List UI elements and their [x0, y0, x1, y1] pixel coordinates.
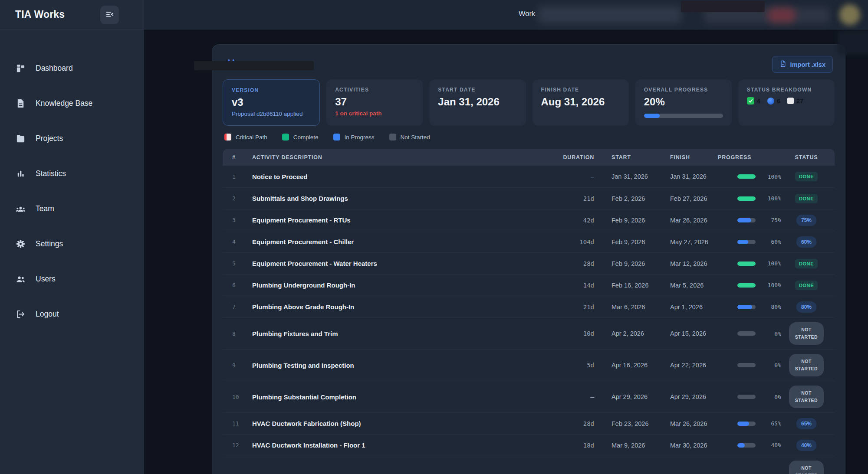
stat-label: START DATE — [438, 87, 517, 93]
sidebar-item-knowledge-base[interactable]: Knowledge Base — [16, 96, 144, 111]
progress-cell: 75% — [718, 217, 783, 223]
progress-fill — [737, 240, 748, 244]
progress-percent: 75% — [762, 217, 781, 223]
app-title: TIA Works — [15, 9, 65, 20]
row-number: 9 — [232, 362, 252, 369]
sidebar-item-team[interactable]: Team — [16, 201, 144, 216]
activity-description: Equipment Procurement - RTUs — [252, 216, 551, 224]
menu-fold-icon — [105, 10, 115, 20]
legend: Critical Path Complete In Progress Not S… — [223, 134, 835, 141]
progress-fill — [737, 283, 756, 288]
activity-description: HVAC Ductwork Installation - Floor 1 — [252, 441, 551, 449]
progress-bar — [737, 174, 756, 179]
team-icon — [16, 204, 26, 214]
stat-card-overall-progress: OVERALL PROGRESS 20% — [635, 79, 732, 126]
status-badge: NOT STARTED — [789, 461, 824, 474]
row-number: 1 — [232, 173, 252, 180]
progress-cell: 100% — [718, 173, 783, 180]
progress-cell: 65% — [718, 420, 783, 427]
sidebar-item-users[interactable]: Users — [16, 271, 144, 286]
sidebar-item-dashboard[interactable]: Dashboard — [16, 61, 144, 75]
start-date: Mar 9, 2026 — [598, 442, 657, 449]
progress-fill — [737, 196, 756, 201]
import-button-label: Import .xlsx — [790, 61, 825, 68]
finish-date: May 27, 2026 — [657, 239, 718, 245]
table-row: 10Plumbing Substantial Completion–Apr 29… — [223, 381, 835, 412]
progress-bar — [737, 395, 756, 399]
activity-description: Plumbing Fixtures and Trim — [252, 330, 551, 337]
breakdown-count: 27 — [796, 98, 803, 105]
main-column: Work Schedule I — [144, 0, 868, 474]
sidebar: TIA Works Dashboard — [0, 0, 144, 474]
progress-percent: 40% — [762, 442, 781, 448]
table-row: 1Notice to Proceed–Jan 31, 2026Jan 31, 2… — [223, 166, 835, 187]
finish-date: Apr 22, 2026 — [657, 362, 718, 369]
column-header-start: START — [598, 154, 657, 160]
row-number: 6 — [232, 282, 252, 288]
progress-cell: 100% — [718, 260, 783, 267]
duration-value: 21d — [551, 304, 598, 311]
sidebar-item-label: Users — [36, 275, 56, 284]
activities-table: # ACTIVITY DESCRIPTION DURATION START FI… — [223, 149, 835, 474]
done-check-icon — [747, 97, 754, 105]
finish-date: Mar 26, 2026 — [657, 217, 718, 224]
status-cell: DONE — [783, 194, 830, 203]
stat-label: ACTIVITIES — [335, 87, 414, 93]
overall-progress-fill — [644, 114, 660, 118]
progress-fill — [737, 443, 745, 448]
sidebar-item-settings[interactable]: Settings — [16, 236, 144, 251]
breakdown-item: 4 — [747, 97, 760, 105]
progress-cell: 100% — [718, 282, 783, 288]
status-cell: 80% — [783, 301, 830, 313]
stats-row: VERSION v3 Proposal d2b86110 applied ACT… — [223, 79, 835, 126]
in-progress-circle-icon — [767, 98, 774, 105]
status-badge: DONE — [795, 194, 818, 203]
import-xlsx-button[interactable]: Import .xlsx — [772, 56, 833, 73]
duration-value: 28d — [551, 260, 598, 267]
table-row: 6Plumbing Underground Rough-In14dFeb 16,… — [223, 274, 835, 296]
progress-bar — [737, 218, 756, 222]
sidebar-item-label: Knowledge Base — [36, 99, 92, 108]
sidebar-item-statistics[interactable]: Statistics — [16, 166, 144, 181]
row-number: 10 — [232, 394, 252, 400]
finish-date: Apr 29, 2026 — [657, 393, 718, 400]
sidebar-item-logout[interactable]: Logout — [16, 307, 144, 321]
finish-date: Mar 26, 2026 — [657, 420, 718, 427]
progress-cell: 0% — [718, 330, 783, 337]
document-icon — [16, 98, 26, 108]
sidebar-item-label: Settings — [36, 239, 63, 248]
table-row: 7Plumbing Above Grade Rough-In21dMar 6, … — [223, 296, 835, 317]
users-icon — [16, 274, 26, 284]
finish-date: Apr 1, 2026 — [657, 304, 718, 311]
stat-value: Jan 31, 2026 — [438, 96, 517, 108]
status-cell: 75% — [783, 215, 830, 226]
avatar[interactable] — [839, 4, 860, 25]
legend-item-not-started: Not Started — [389, 134, 430, 141]
status-badge: 65% — [796, 418, 816, 429]
breakdown-count: 6 — [777, 98, 780, 105]
activity-description: Plumbing Testing and Inspection — [252, 362, 551, 369]
duration-value: – — [551, 173, 598, 180]
sidebar-item-projects[interactable]: Projects — [16, 131, 144, 146]
progress-bar — [737, 262, 756, 266]
progress-percent: 0% — [762, 362, 781, 369]
activity-description: Equipment Procurement - Water Heaters — [252, 260, 551, 267]
activity-description: HVAC Ductwork Fabrication (Shop) — [252, 420, 551, 427]
legend-item-in-progress: In Progress — [333, 134, 375, 141]
status-cell: NOT STARTED — [783, 354, 830, 376]
stat-label: FINISH DATE — [541, 87, 620, 93]
stat-subtext: 1 on critical path — [335, 110, 414, 117]
status-cell: DONE — [783, 259, 830, 268]
stat-subtext: Proposal d2b86110 applied — [232, 111, 311, 117]
activity-description: Submittals and Shop Drawings — [252, 195, 551, 202]
app-window: TIA Works Dashboard — [0, 0, 868, 474]
gear-icon — [16, 239, 26, 249]
column-header-duration: DURATION — [551, 154, 598, 160]
status-badge: DONE — [795, 172, 818, 181]
sidebar-collapse-button[interactable] — [100, 6, 119, 24]
status-cell: NOT STARTED — [783, 386, 830, 408]
row-number: 5 — [232, 260, 252, 267]
status-badge: NOT STARTED — [789, 386, 824, 408]
activity-description: Notice to Proceed — [252, 173, 551, 180]
start-date: Apr 2, 2026 — [598, 330, 657, 337]
